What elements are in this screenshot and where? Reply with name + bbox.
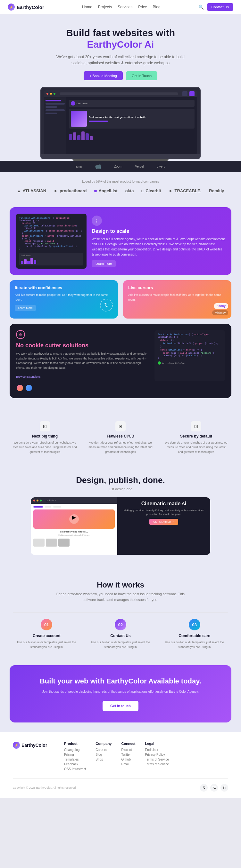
atlassian-icon: ▲ — [17, 188, 21, 193]
nav-cta-button[interactable]: Contact Us — [207, 3, 233, 11]
footer-col-company: Company Careers Blog Shop — [96, 742, 111, 772]
cb-icon: □ — [141, 188, 144, 193]
footer-link-github[interactable]: Github — [121, 758, 135, 761]
cta-section: Built your web with EarthyColor Availabl… — [0, 659, 241, 732]
footer-link-tos2[interactable]: Terms of Service — [145, 763, 168, 766]
pb-icon: ► — [54, 188, 58, 193]
step-number-3: 03 — [189, 619, 200, 630]
footer-link-twitter[interactable]: Twitter — [121, 753, 135, 756]
get-started-btn[interactable]: GET STARTED → — [149, 519, 178, 525]
browse-link[interactable]: Browse Extensions — [16, 375, 41, 378]
footer-brand-name: ⚡ EarthyColor — [13, 742, 51, 749]
ticker-vercel: Vercel — [135, 165, 144, 168]
benefit-cicd: ⊡ Flawless CI/CD We don't do 2-year refr… — [85, 416, 156, 459]
next-title: Next big thing — [13, 434, 77, 438]
icon-placeholder-2 — [189, 91, 194, 96]
search-icon[interactable]: 🔍 — [198, 4, 204, 9]
features-section: function ActionCreators( { actionType: T… — [0, 201, 241, 410]
step-desc-3: Use our built-in audit templates, just s… — [161, 640, 228, 649]
sidebar-line-2 — [46, 103, 65, 104]
mockup-nav-item-2 — [45, 506, 51, 507]
next-desc: We don't do 2-year refreshes of our webs… — [13, 440, 77, 454]
laptop-sidebar — [44, 97, 66, 154]
footer-link-enduser[interactable]: End User — [145, 748, 168, 752]
nc-code-8: } — [158, 357, 222, 360]
trusted-label: Loved by 5%+ of the most product-forward… — [13, 180, 228, 183]
footer-link-feedback[interactable]: Feedback — [64, 763, 86, 766]
nav-blog[interactable]: Blog — [153, 5, 161, 9]
laptop-hero-heading: Performance for the next generation of w… — [89, 116, 146, 119]
mockup-video-sub: Making great video is really f*cking... — [33, 534, 115, 536]
iterate-learn-more[interactable]: Learn More — [15, 305, 36, 311]
get-started-button[interactable]: Get In Touch — [126, 71, 157, 80]
footer-link-discord[interactable]: Discord — [121, 748, 135, 752]
cinematic-sub: Making great video is really f*cking har… — [121, 508, 207, 516]
iterate-title: Iterate with confidences — [15, 285, 113, 290]
hero-title-accent: EarthyColor Ai — [87, 39, 154, 50]
m-dot-g — [40, 500, 42, 501]
scale-learn-more[interactable]: Learn more — [92, 260, 116, 267]
twitter-icon[interactable]: 𝕏 — [200, 784, 208, 792]
hero-subtitle: We've got about 20+ years worth of colle… — [53, 54, 188, 66]
cicd-title: Flawless CI/CD — [88, 434, 153, 438]
d-bar-3 — [27, 261, 30, 264]
footer-link-tos1[interactable]: Terms of Service — [145, 758, 168, 761]
footer-col-product-heading: Product — [64, 742, 86, 745]
iterate-desc: Add live cursors to make people feel as … — [15, 292, 113, 302]
design-section: Design, publish, done. ...just design an… — [0, 466, 241, 571]
footer-copyright: Copyright © 2023 EarthyColor. All rights… — [13, 786, 77, 789]
dot-green — [54, 93, 55, 95]
footer-link-changelog[interactable]: Changelog — [64, 748, 86, 752]
github-icon[interactable]: ⌥ — [210, 784, 218, 792]
rm-label: Remitly — [209, 188, 224, 193]
nc-code-7: .catch( (err) => {handler} ); — [158, 354, 222, 357]
footer-link-email[interactable]: Email — [121, 763, 135, 766]
live-cursors-card: Live cursors Add live cursors to make pe… — [123, 280, 232, 318]
avatar-2 — [25, 384, 33, 392]
m-dot-y — [36, 500, 38, 501]
nav-services[interactable]: Services — [117, 5, 132, 9]
footer-link-pricing[interactable]: Pricing — [64, 753, 86, 756]
nc-code-4: } — [158, 345, 222, 348]
nc-code-6: const resp = await api.get('/actions'); — [158, 352, 222, 354]
footer-link-careers[interactable]: Careers — [96, 748, 111, 752]
footer-link-oss[interactable]: OSS Infrastract — [64, 767, 86, 771]
cinematic-title: Cinematic made si — [121, 500, 207, 506]
user-label: User Admin — [77, 102, 88, 104]
nav-home[interactable]: Home — [82, 5, 92, 9]
mini-dashboard: Dashboard — [19, 253, 83, 266]
code-line-3: ActionItem.Title.Left({ props.isActive: … — [19, 224, 83, 229]
benefit-secure: ⊡ Secure by default We don't do 2-year r… — [161, 416, 232, 459]
bar-5 — [86, 133, 89, 140]
cb-label: Clearbit — [145, 188, 161, 193]
scale-icon: ⊹ — [92, 216, 102, 226]
cicd-icon: ⊡ — [115, 421, 126, 431]
footer-link-blog[interactable]: Blog — [96, 753, 111, 756]
code-line-8: .catch( (item) => {props.ActionItem} ); — [19, 245, 83, 248]
hero-buttons: + Book a Meeting Get In Touch — [13, 71, 228, 80]
logo: ⚡ EarthyColor — [8, 3, 44, 10]
atlassian-label: ATLASSIAN — [23, 188, 46, 193]
footer-link-shop[interactable]: Shop — [96, 758, 111, 761]
no-cookie-code: function ActionCreators( { actionType: S… — [155, 330, 225, 381]
linkedin-icon[interactable]: in — [220, 784, 228, 792]
book-meeting-button[interactable]: + Book a Meeting — [84, 71, 123, 80]
code-line-2: delete: {} — [19, 222, 83, 224]
ticker-ramp: ramp — [75, 165, 82, 168]
footer-link-templates[interactable]: Templates — [64, 758, 86, 761]
bar-3 — [77, 135, 80, 140]
code-line-5: } — [19, 232, 83, 235]
cta-card: Built your web with EarthyColor Availabl… — [9, 665, 232, 722]
logos-grid: ▲ ATLASSIAN ► productboard AngelList okt… — [13, 188, 228, 193]
cta-button[interactable]: Get in touch — [103, 701, 138, 711]
nav-price[interactable]: Price — [138, 5, 147, 9]
thumb-2 — [46, 538, 57, 547]
benefits-row: ⊡ Next big thing We don't do 2-year refr… — [9, 416, 232, 459]
sidebar-line-3 — [46, 106, 57, 108]
d-bar-4 — [30, 258, 33, 264]
nav-projects[interactable]: Projects — [98, 5, 112, 9]
dark-avatars — [16, 384, 149, 392]
no-cookie-title: No cookie cutter solutions — [16, 342, 149, 349]
mockup-left: ...publish ✓ ▶ Cinematic video made si..… — [31, 497, 117, 555]
footer-link-privacy[interactable]: Privacy Policy — [145, 753, 168, 756]
